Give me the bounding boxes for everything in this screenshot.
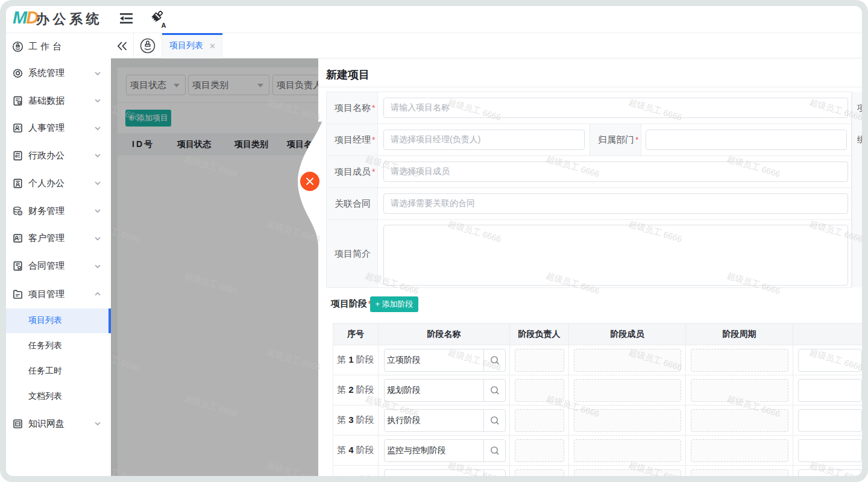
- svg-text:A: A: [162, 22, 166, 29]
